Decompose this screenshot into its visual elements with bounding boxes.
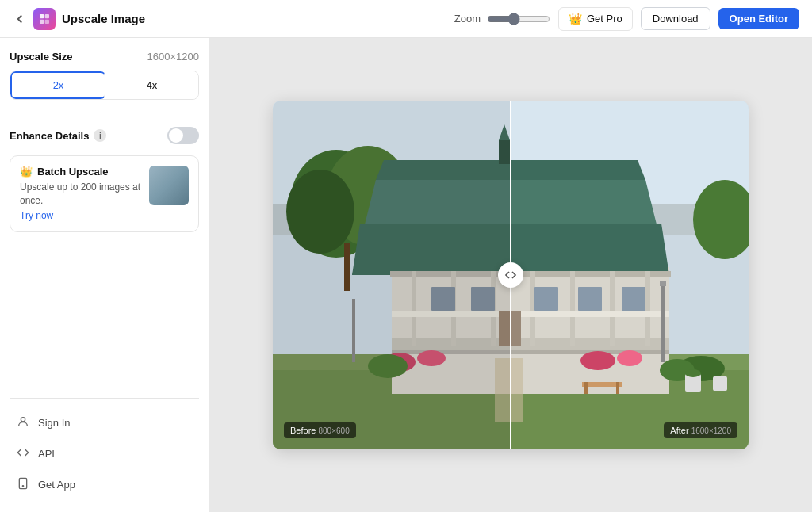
svg-point-66 bbox=[286, 170, 354, 254]
zoom-control: Zoom bbox=[454, 13, 550, 25]
upscale-size-row: Upscale Size 1600×1200 bbox=[10, 51, 199, 63]
svg-rect-32 bbox=[570, 271, 575, 346]
svg-rect-74 bbox=[499, 140, 510, 164]
batch-thumbnail bbox=[149, 166, 189, 205]
svg-point-56 bbox=[685, 369, 701, 377]
enhance-toggle[interactable] bbox=[167, 127, 199, 144]
svg-point-4 bbox=[21, 418, 25, 422]
zoom-label: Zoom bbox=[454, 13, 481, 25]
svg-rect-86 bbox=[392, 311, 511, 317]
svg-rect-54 bbox=[616, 382, 619, 394]
nav-sign-in[interactable]: Sign In bbox=[10, 408, 199, 437]
svg-rect-43 bbox=[660, 281, 666, 286]
sidebar-nav: Sign In API Get App bbox=[10, 398, 199, 499]
svg-marker-72 bbox=[368, 180, 511, 212]
svg-rect-109 bbox=[495, 358, 511, 422]
info-icon[interactable]: i bbox=[94, 129, 106, 142]
svg-rect-38 bbox=[534, 287, 558, 311]
svg-point-48 bbox=[617, 350, 642, 366]
svg-rect-52 bbox=[582, 382, 622, 387]
before-panel bbox=[273, 101, 511, 449]
header-right: Zoom 👑 Get Pro Download Open Editor bbox=[454, 7, 799, 31]
enhance-label: Enhance Details i bbox=[10, 129, 106, 142]
open-editor-button[interactable]: Open Editor bbox=[718, 8, 799, 29]
svg-point-100 bbox=[368, 354, 408, 378]
svg-rect-92 bbox=[499, 311, 511, 346]
size-buttons: 2x 4x bbox=[10, 71, 199, 100]
download-button[interactable]: Download bbox=[641, 7, 710, 30]
svg-rect-40 bbox=[622, 287, 645, 311]
app-title: Upscale Image bbox=[62, 12, 145, 25]
svg-point-97 bbox=[417, 350, 446, 366]
crown-icon: 👑 bbox=[569, 13, 582, 25]
nav-get-app[interactable]: Get App bbox=[10, 470, 199, 499]
enhance-details-row: Enhance Details i bbox=[10, 127, 199, 144]
header: Upscale Image Zoom 👑 Get Pro Download Op… bbox=[0, 0, 812, 38]
header-left: Upscale Image bbox=[13, 8, 145, 30]
comparison-handle[interactable] bbox=[498, 262, 523, 288]
svg-rect-95 bbox=[352, 299, 355, 362]
svg-rect-42 bbox=[661, 283, 665, 362]
svg-marker-71 bbox=[352, 224, 511, 275]
svg-rect-88 bbox=[471, 287, 495, 311]
svg-marker-73 bbox=[376, 160, 511, 180]
back-button[interactable] bbox=[13, 12, 27, 26]
main-layout: Upscale Size 1600×1200 2x 4x Enhance Det… bbox=[0, 38, 812, 512]
upscale-size-section: Upscale Size 1600×1200 2x 4x bbox=[10, 51, 199, 100]
batch-title: 👑 Batch Upscale bbox=[20, 166, 141, 178]
svg-rect-87 bbox=[431, 287, 455, 311]
phone-icon bbox=[16, 477, 30, 492]
batch-upscale-card: 👑 Batch Upscale Upscale up to 200 images… bbox=[10, 155, 199, 232]
batch-try-link[interactable]: Try now bbox=[20, 210, 53, 221]
svg-rect-78 bbox=[392, 350, 511, 354]
nav-api[interactable]: API bbox=[10, 439, 199, 468]
after-label: After 1600×1200 bbox=[664, 422, 737, 438]
upscale-size-value: 1600×1200 bbox=[147, 51, 199, 63]
before-scene-svg bbox=[273, 101, 511, 449]
content-area: Before 800×600 After 1600×1200 bbox=[209, 38, 812, 512]
sidebar: Upscale Size 1600×1200 2x 4x Enhance Det… bbox=[0, 38, 209, 512]
zoom-slider[interactable] bbox=[487, 13, 550, 25]
svg-rect-79 bbox=[412, 271, 416, 346]
batch-desc: Upscale up to 200 images at once. bbox=[20, 181, 141, 208]
svg-rect-33 bbox=[610, 271, 615, 346]
toggle-slider bbox=[167, 127, 199, 144]
app-icon bbox=[33, 8, 56, 30]
batch-info: 👑 Batch Upscale Upscale up to 200 images… bbox=[20, 166, 141, 222]
svg-point-47 bbox=[580, 351, 615, 370]
svg-rect-34 bbox=[645, 271, 650, 346]
get-pro-button[interactable]: 👑 Get Pro bbox=[558, 7, 633, 31]
svg-point-6 bbox=[22, 486, 23, 487]
size-4x-button[interactable]: 4x bbox=[105, 71, 198, 99]
user-icon bbox=[16, 415, 30, 430]
upscale-size-label: Upscale Size bbox=[10, 51, 73, 63]
svg-rect-5 bbox=[19, 478, 26, 488]
comparison-wrapper: Before 800×600 After 1600×1200 bbox=[273, 101, 749, 449]
svg-rect-67 bbox=[344, 243, 350, 291]
batch-crown-icon: 👑 bbox=[20, 166, 33, 178]
svg-rect-3 bbox=[45, 19, 49, 23]
svg-rect-53 bbox=[584, 382, 588, 394]
batch-thumb-image bbox=[149, 166, 189, 205]
svg-rect-2 bbox=[40, 19, 44, 23]
svg-rect-0 bbox=[40, 14, 44, 18]
svg-rect-39 bbox=[578, 287, 602, 311]
svg-rect-1 bbox=[45, 14, 49, 18]
before-label: Before 800×600 bbox=[284, 422, 356, 438]
api-icon bbox=[16, 446, 30, 461]
size-2x-button[interactable]: 2x bbox=[10, 71, 105, 99]
svg-rect-57 bbox=[713, 376, 727, 391]
